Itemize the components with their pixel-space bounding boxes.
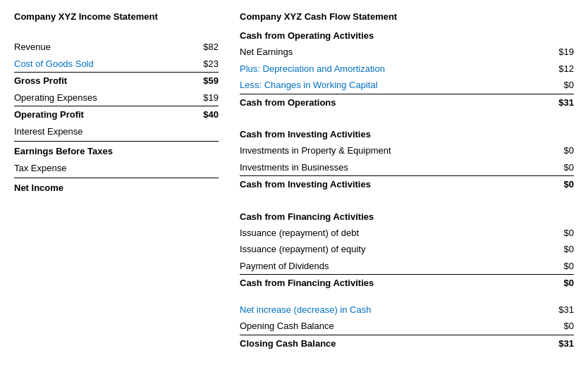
row-value: $59 bbox=[190, 74, 219, 88]
row-value: $19 bbox=[546, 45, 574, 59]
table-row: Investments in Businesses $0 bbox=[240, 159, 574, 176]
table-row: Operating Expenses $19 bbox=[14, 89, 219, 106]
row-label: Payment of Dividends bbox=[240, 259, 329, 273]
row-value: $31 bbox=[546, 337, 574, 351]
table-row: Cash from Investing Activities $0 bbox=[240, 175, 574, 193]
row-label: Operating Profit bbox=[14, 108, 84, 122]
table-row: Cash from Financing Activities $0 bbox=[240, 274, 574, 292]
table-row: Payment of Dividends $0 bbox=[240, 258, 574, 275]
row-label: Cost of Goods Sold bbox=[14, 57, 94, 71]
investing-activities-title: Cash from Investing Activities bbox=[240, 129, 574, 140]
table-row: Interest Expense bbox=[14, 123, 219, 140]
table-row: Operating Profit $40 bbox=[14, 106, 219, 123]
row-value: $23 bbox=[190, 57, 219, 71]
table-row: Issuance (repayment) of debt $0 bbox=[240, 225, 574, 242]
row-value: $12 bbox=[546, 62, 574, 76]
row-label: Cash from Investing Activities bbox=[240, 178, 371, 192]
row-label: Tax Expense bbox=[14, 161, 66, 175]
row-value: $31 bbox=[546, 96, 574, 110]
financing-activities-title: Cash from Financing Activities bbox=[240, 211, 574, 222]
row-label: Net Income bbox=[14, 181, 63, 195]
row-label: Earnings Before Taxes bbox=[14, 144, 113, 159]
row-label: Net increase (decrease) in Cash bbox=[240, 303, 371, 317]
table-row: Plus: Depreciation and Amortization $12 bbox=[240, 61, 574, 78]
row-value: $0 bbox=[546, 178, 574, 192]
table-row: Investments in Property & Equipment $0 bbox=[240, 142, 574, 159]
table-row: Tax Expense bbox=[14, 160, 219, 177]
table-row: Issuance (repayment) of equity $0 bbox=[240, 241, 574, 258]
row-label: Cash from Financing Activities bbox=[240, 276, 374, 290]
row-label: Operating Expenses bbox=[14, 91, 97, 105]
row-label: Issuance (repayment) of equity bbox=[240, 242, 365, 256]
table-row: Cash from Operations $31 bbox=[240, 94, 574, 111]
row-value: $82 bbox=[190, 40, 219, 54]
table-row: Gross Profit $59 bbox=[14, 72, 219, 89]
row-value: $0 bbox=[546, 276, 574, 290]
row-label: Closing Cash Balance bbox=[240, 337, 336, 351]
table-row: Net increase (decrease) in Cash $31 bbox=[240, 302, 574, 318]
row-value: $0 bbox=[546, 259, 574, 273]
row-value: $0 bbox=[546, 319, 574, 333]
row-value: $0 bbox=[546, 78, 574, 92]
row-label: Issuance (repayment) of debt bbox=[240, 226, 359, 240]
row-label: Investments in Businesses bbox=[240, 161, 348, 175]
table-row: Net Earnings $19 bbox=[240, 44, 574, 61]
row-label: Interest Expense bbox=[14, 125, 83, 139]
income-statement-title: Company XYZ Income Statement bbox=[14, 11, 219, 22]
table-row: Cost of Goods Sold $23 bbox=[14, 56, 219, 73]
row-value: $0 bbox=[546, 226, 574, 240]
table-row: Less: Changes in Working Capital $0 bbox=[240, 77, 574, 94]
row-value: $0 bbox=[546, 161, 574, 175]
operating-activities-title: Cash from Operating Activities bbox=[240, 30, 574, 41]
table-row: Revenue $82 bbox=[14, 39, 219, 56]
table-row: Net Income bbox=[14, 180, 219, 197]
cash-flow-title: Company XYZ Cash Flow Statement bbox=[240, 11, 574, 22]
row-label: Opening Cash Balance bbox=[240, 319, 334, 333]
row-label: Investments in Property & Equipment bbox=[240, 144, 391, 158]
income-statement-section: Company XYZ Income Statement Revenue $82… bbox=[14, 11, 233, 352]
row-label: Plus: Depreciation and Amortization bbox=[240, 62, 385, 76]
row-value: $19 bbox=[190, 91, 219, 105]
row-label: Revenue bbox=[14, 40, 51, 54]
table-row: Opening Cash Balance $0 bbox=[240, 318, 574, 335]
row-label: Gross Profit bbox=[14, 74, 67, 88]
row-value: $0 bbox=[546, 144, 574, 158]
row-value: $0 bbox=[546, 242, 574, 256]
row-value: $40 bbox=[190, 108, 219, 122]
row-label: Cash from Operations bbox=[240, 96, 336, 110]
row-label: Less: Changes in Working Capital bbox=[240, 78, 378, 92]
table-row: Earnings Before Taxes bbox=[14, 143, 219, 160]
table-row: Closing Cash Balance $31 bbox=[240, 335, 574, 352]
row-label: Net Earnings bbox=[240, 45, 293, 59]
row-value: $31 bbox=[546, 303, 574, 317]
cash-flow-section: Company XYZ Cash Flow Statement Cash fro… bbox=[233, 11, 574, 352]
